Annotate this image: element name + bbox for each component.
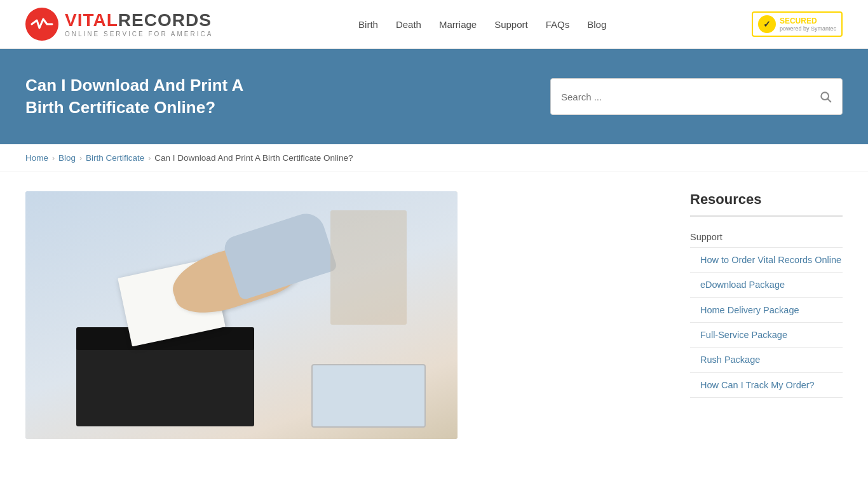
sidebar-link-how-to-order[interactable]: How to Order Vital Records Online <box>690 248 843 273</box>
sidebar-link-edownload[interactable]: eDownload Package <box>690 273 843 297</box>
search-icon <box>819 90 832 103</box>
breadcrumb-sep-1: › <box>52 154 55 163</box>
logo-icon <box>25 8 58 41</box>
search-input[interactable] <box>561 92 819 102</box>
sidebar-link-track-order[interactable]: How Can I Track My Order? <box>690 373 843 398</box>
breadcrumb-sep-2: › <box>79 154 82 163</box>
svg-line-2 <box>828 99 831 102</box>
breadcrumb-blog[interactable]: Blog <box>58 153 76 163</box>
nav-birth[interactable]: Birth <box>358 19 378 30</box>
search-button[interactable] <box>819 90 832 103</box>
breadcrumb-sep-3: › <box>148 154 151 163</box>
sidebar-link-rush[interactable]: Rush Package <box>690 348 843 372</box>
article-area <box>25 191 665 439</box>
hero-banner: Can I Download And Print A Birth Certifi… <box>0 49 868 144</box>
norton-checkmark-icon: ✓ <box>758 15 776 33</box>
breadcrumb-home[interactable]: Home <box>25 153 48 163</box>
logo-vital: VITAL <box>65 10 118 30</box>
breadcrumb-current: Can I Download And Print A Birth Certifi… <box>154 153 353 163</box>
logo-records: RECORDS <box>118 10 212 30</box>
search-box <box>550 78 843 115</box>
nav-death[interactable]: Death <box>396 19 421 30</box>
nav-faqs[interactable]: FAQs <box>546 19 570 30</box>
site-header: VITALRECORDS ONLINE SERVICE FOR AMERICA … <box>0 0 868 49</box>
shelf <box>330 210 407 325</box>
sidebar-link-home-delivery[interactable]: Home Delivery Package <box>690 298 843 323</box>
page-title: Can I Download And Print A Birth Certifi… <box>25 74 267 119</box>
logo-tagline: ONLINE SERVICE FOR AMERICA <box>65 30 213 37</box>
article-image <box>25 191 458 439</box>
nav-blog[interactable]: Blog <box>587 19 606 30</box>
breadcrumb: Home › Blog › Birth Certificate › Can I … <box>0 144 868 172</box>
laptop <box>311 364 426 428</box>
main-nav: Birth Death Marriage Support FAQs Blog <box>358 19 606 30</box>
logo-text: VITALRECORDS ONLINE SERVICE FOR AMERICA <box>65 11 213 37</box>
printer-body <box>76 344 254 426</box>
nav-support[interactable]: Support <box>494 19 528 30</box>
norton-secured-label: SECURED <box>780 17 836 25</box>
sidebar-link-full-service[interactable]: Full-Service Package <box>690 323 843 348</box>
breadcrumb-birth-certificate[interactable]: Birth Certificate <box>86 153 144 163</box>
sidebar-section-support: Support <box>690 227 843 248</box>
sidebar-title: Resources <box>690 191 843 217</box>
norton-badge: ✓ SECURED powered by Symantec <box>752 11 843 37</box>
main-content: Resources Support How to Order Vital Rec… <box>0 172 868 458</box>
sidebar: Resources Support How to Order Vital Rec… <box>690 191 843 439</box>
nav-marriage[interactable]: Marriage <box>439 19 477 30</box>
logo[interactable]: VITALRECORDS ONLINE SERVICE FOR AMERICA <box>25 8 213 41</box>
norton-powered-label: powered by Symantec <box>780 25 836 32</box>
